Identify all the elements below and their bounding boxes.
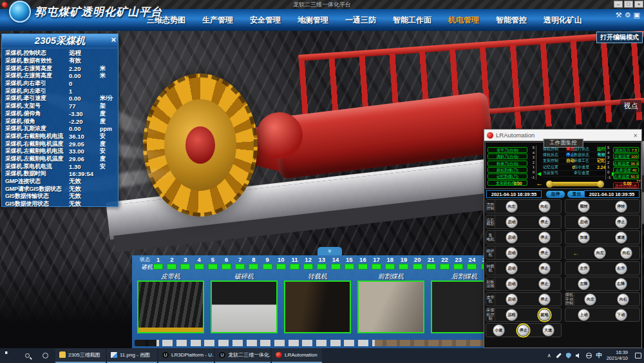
machine-status-cell[interactable]: 17 [370,256,383,270]
control-button[interactable]: 上动 [578,309,590,321]
taskbar-item[interactable]: 11.png - 画图 [107,348,157,363]
tray-chevron-icon[interactable]: ∧ [547,353,551,358]
control-button[interactable]: 小速 [493,324,505,337]
pen-icon[interactable] [556,353,561,358]
gauge-button[interactable]: 右牵温度50.3 [613,173,639,179]
machine-status-cell[interactable]: 7 [233,256,247,270]
speaker-icon[interactable] [576,353,582,358]
camera-thumbnail[interactable] [357,280,424,333]
camera-feed[interactable]: 转载机 [284,272,351,333]
control-button[interactable]: 向右 [617,293,629,306]
gauge-button[interactable]: 右截温度36.3 [613,161,639,166]
camera-thumbnail[interactable] [211,280,278,333]
camera-feed[interactable]: 前割煤机 [357,272,424,333]
nav-item[interactable]: 安全管理 [250,15,281,26]
machine-status-cell[interactable]: 24 [465,256,478,270]
viewpoint-tab[interactable]: 视点 [620,100,641,112]
gauge-button[interactable]: 左截温度100 [613,153,639,159]
taskbar-item[interactable]: U LR3DPlatform - U... [158,348,214,363]
notification-center-icon[interactable] [635,353,641,358]
control-button[interactable]: 左降 [578,278,590,290]
control-button[interactable]: 停止 [538,293,551,306]
control-button[interactable]: 启动 [506,216,518,228]
control-button[interactable]: 向左 [506,201,518,213]
machine-status-cell[interactable]: 21 [424,256,438,270]
control-button[interactable]: 启动 [506,278,518,290]
machine-status-cell[interactable]: 4 [193,256,206,270]
ime-indicator[interactable]: 中 [596,351,602,360]
search-button[interactable] [18,353,36,358]
control-button[interactable]: 顺转 [578,201,590,213]
nav-item[interactable]: 生产管理 [202,15,233,26]
nav-item[interactable]: 地测管理 [298,15,328,26]
machine-status-cell[interactable]: 6 [220,256,233,270]
nav-item[interactable]: 透明化矿山 [544,15,582,26]
machine-status-cell[interactable]: 13 [315,256,328,270]
camera-thumbnail[interactable] [284,280,351,333]
gear-icon[interactable]: ⚙ [625,11,631,19]
panel-close-icon[interactable]: × [111,35,116,44]
control-button[interactable]: 就地 [538,309,551,321]
resize-icon[interactable]: ▣ [634,11,640,19]
camera-thumbnail[interactable] [137,280,204,333]
control-button[interactable]: 停止 [538,262,551,275]
control-button[interactable]: 停转 [615,201,627,213]
machine-status-cell[interactable]: 8 [247,256,260,270]
machine-status-cell[interactable]: 2 [165,256,178,270]
nav-item[interactable]: 智能工作面 [393,15,431,26]
control-button[interactable]: 左升 [578,262,590,275]
mode-button[interactable]: 变平刀(自动) [488,147,527,153]
taskbar-item[interactable]: LRAutomation [272,348,322,363]
machine-status-cell[interactable]: 15 [343,256,356,270]
control-button[interactable]: 加速 [578,231,590,244]
machine-status-cell[interactable]: 12 [301,256,315,270]
shearer-position-icon[interactable]: 77 [550,182,600,186]
machine-status-cell[interactable]: 18 [383,256,397,270]
control-button[interactable]: 大速 [542,324,554,337]
camera-feed[interactable]: 皮带机 [137,272,204,333]
control-button[interactable]: 启动 [506,247,518,259]
nav-item[interactable]: 智能管控 [496,15,527,26]
control-button[interactable]: 右降 [615,278,627,290]
control-button[interactable]: 停止 [517,324,529,337]
minimize-button[interactable]: – [614,1,623,8]
control-button[interactable]: 启动 [578,216,590,228]
nav-item[interactable]: 一通三防 [345,15,376,26]
start-button[interactable] [0,354,18,357]
machine-status-cell[interactable]: 5 [206,256,220,270]
mode-button[interactable]: 调斜刀(自动) [488,153,527,159]
mode-button[interactable]: 记忆割煤(刀) [488,173,527,179]
network-globe-icon[interactable] [586,353,592,358]
nav-item[interactable]: 机电管理 [448,15,479,26]
control-button[interactable]: 下动 [615,309,627,321]
cortana-button[interactable] [36,353,54,358]
machine-status-cell[interactable]: 20 [411,256,424,270]
control-button[interactable]: 远程 [506,309,518,321]
lr-close-icon[interactable]: × [634,132,638,139]
close-button[interactable]: × [634,1,643,8]
tools-icon[interactable]: ⚒ [616,11,622,19]
collapse-strip-button[interactable]: « [317,247,342,255]
edit-mode-button[interactable]: 打开编辑模式 [596,32,643,43]
control-button[interactable]: 向右 [620,247,632,259]
control-button[interactable]: 向右 [538,201,551,213]
machine-status-cell[interactable]: 19 [397,256,410,270]
machine-status-cell[interactable]: 14 [328,256,342,270]
taskbar-item[interactable]: U 龙软二三维一体化... [215,348,270,363]
control-button[interactable]: 停止 [538,216,551,228]
mode-button[interactable]: 跟机割煤(刀) [488,167,527,173]
machine-status-cell[interactable]: 3 [178,256,192,270]
machine-status-cell[interactable]: 10 [274,256,288,270]
estop-pill-button[interactable]: 急停 [546,191,565,198]
control-button[interactable]: 向左 [594,247,606,259]
maximize-button[interactable]: □ [624,1,633,8]
control-button[interactable]: 右升 [615,262,627,275]
control-button[interactable]: 向左 [584,293,596,306]
taskbar-clock[interactable]: 16:39 2021/4/10 [607,350,628,361]
control-button[interactable]: 停止 [538,278,551,290]
machine-status-cell[interactable]: 1 [151,256,165,270]
reset-pill-button[interactable]: 复位 [567,191,586,198]
control-button[interactable]: 启动 [506,262,518,275]
control-button[interactable]: 停止 [615,216,627,228]
taskbar-item[interactable]: 2305三维截图 [55,348,106,363]
